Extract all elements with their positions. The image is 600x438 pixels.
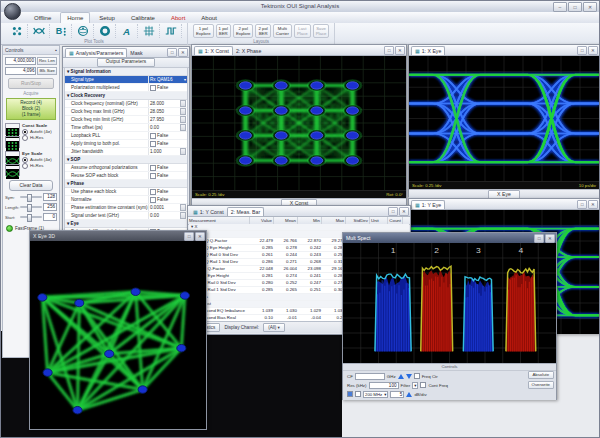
tab-x-phase[interactable]: 2: X Phase xyxy=(233,47,264,55)
dropdown-icon[interactable]: ▾ xyxy=(184,76,186,83)
filter-select[interactable]: ▾ xyxy=(412,382,418,389)
close-icon[interactable]: ✕ xyxy=(545,234,555,243)
column-header-unit[interactable]: Unit xyxy=(370,217,388,224)
layout-button-2-pol-explore[interactable]: 2 polExplore xyxy=(233,24,254,38)
close-icon[interactable]: ✕ xyxy=(178,48,188,57)
constellation-plot[interactable] xyxy=(192,56,406,190)
spinner-icon[interactable] xyxy=(180,100,186,107)
const-thumbnail-icon-2[interactable] xyxy=(5,136,20,148)
column-header-stddev[interactable]: StdDev xyxy=(346,217,370,224)
level-marker-icon[interactable] xyxy=(406,392,412,397)
column-header-value[interactable]: Value xyxy=(250,217,274,224)
param-section-phase[interactable]: ▾ Phase xyxy=(65,180,187,188)
output-parameters-button[interactable]: Output Parameters xyxy=(97,58,156,67)
ribbon-tab-about[interactable]: About xyxy=(194,12,224,23)
param-row[interactable]: Clock freq min limit (GHz)27.950 xyxy=(65,116,187,124)
param-row[interactable]: Use phase each blockFalse xyxy=(65,188,187,196)
float-icon[interactable]: □ xyxy=(167,48,177,57)
record-length-input[interactable]: 4,000,000 xyxy=(5,57,36,65)
param-row[interactable]: Clock freq max limit (GHz)28.050 xyxy=(65,108,187,116)
poincare-icon[interactable] xyxy=(72,24,94,38)
spinner-icon[interactable] xyxy=(180,108,186,115)
param-section-clock-recovery[interactable]: ▾ Clock Recovery xyxy=(65,92,187,100)
eye3d-plot[interactable] xyxy=(30,241,206,429)
spectrum-plot[interactable]: 1234 xyxy=(343,243,556,363)
layout-button-multi-carrier[interactable]: MultiCarrier xyxy=(273,24,292,38)
valley-marker-icon[interactable] xyxy=(406,374,412,379)
slider-track[interactable] xyxy=(20,196,42,198)
column-header-count[interactable]: Count xyxy=(388,217,403,224)
radio-off-icon[interactable] xyxy=(22,135,28,141)
spinner-icon[interactable] xyxy=(180,148,186,155)
grid-icon[interactable] xyxy=(138,24,160,38)
tab-x-const[interactable]: ▦ 1: X Const xyxy=(194,46,233,55)
spinner-icon[interactable] xyxy=(180,124,186,131)
spinner-icon[interactable] xyxy=(180,212,186,219)
span-select[interactable]: 200 MHz ▾ xyxy=(363,391,388,398)
tab-meas-bar[interactable]: 2: Meas. Bar xyxy=(227,207,264,216)
slider-value[interactable]: 128 xyxy=(43,193,57,201)
param-row[interactable]: Assume orthogonal polarizationsFalse xyxy=(65,164,187,172)
slider-thumb[interactable] xyxy=(27,204,32,212)
param-row[interactable]: Signal under test (GHz)0.00 xyxy=(65,212,187,220)
app-menu-sphere-icon[interactable] xyxy=(4,3,21,20)
checkbox-icon[interactable] xyxy=(150,141,156,147)
trace2-checkbox[interactable] xyxy=(355,391,361,397)
checkbox-icon[interactable] xyxy=(150,173,156,179)
ribbon-tab-calibrate[interactable]: Calibrate xyxy=(124,12,162,23)
res-input[interactable]: 100 xyxy=(369,382,399,389)
param-section-sop[interactable]: ▾ SOP xyxy=(65,156,187,164)
column-header-min[interactable]: Min xyxy=(298,217,322,224)
clear-data-button[interactable]: Clear Data xyxy=(9,180,53,191)
minimize-icon[interactable]: – xyxy=(553,2,567,12)
cont-freq-checkbox[interactable] xyxy=(420,382,426,388)
close-icon[interactable]: ✕ xyxy=(399,207,409,216)
layout-button-save-place[interactable]: SavePlace xyxy=(313,24,330,38)
checkbox-icon[interactable] xyxy=(150,165,156,171)
analysis-a-icon[interactable]: A xyxy=(116,24,138,38)
radio-off-icon[interactable] xyxy=(22,163,28,169)
param-row[interactable]: Jitter bandwidth1.000 xyxy=(65,148,187,156)
layout-button-1-pol-explore[interactable]: 1 polExplore xyxy=(193,24,214,38)
ribbon-tab-abort[interactable]: Abort xyxy=(164,12,192,23)
eye-thumbnail-icon-2[interactable] xyxy=(5,164,20,176)
constellation-icon[interactable] xyxy=(6,24,28,38)
tab-y-const[interactable]: ▦ 1: Y Const xyxy=(190,208,227,216)
const-thumbnail-icon[interactable] xyxy=(5,123,20,135)
slider-track[interactable] xyxy=(20,216,42,218)
run-stop-button[interactable]: Run/Stop xyxy=(8,78,54,89)
block-size-button[interactable]: Blk Size xyxy=(37,67,57,75)
ribbon-tab-setup[interactable]: Setup xyxy=(92,12,122,23)
peak-marker-icon[interactable] xyxy=(398,374,404,379)
slider-value[interactable]: 256 xyxy=(43,203,57,211)
param-section-eye[interactable]: ▾ Eye xyxy=(65,220,187,228)
ribbon-tab-home[interactable]: Home xyxy=(60,12,90,23)
radio-on-icon[interactable] xyxy=(22,157,28,163)
tab-y-eye[interactable]: ▦ 1: Y Eye xyxy=(411,200,445,209)
checkbox-icon[interactable] xyxy=(150,85,156,91)
checkbox-icon[interactable] xyxy=(150,133,156,139)
tab-x-eye[interactable]: ▦ 1: X Eye xyxy=(411,46,445,55)
spectrum-titlebar[interactable]: Mult Spect □✕ xyxy=(343,233,556,243)
const-hires-option[interactable]: Hi-Res xyxy=(22,135,52,141)
tab-mask[interactable]: Mask xyxy=(127,49,145,57)
overwrite-button[interactable]: Overwrite xyxy=(528,381,554,389)
eye-icon[interactable] xyxy=(28,24,50,38)
block-size-input[interactable]: 4,096 xyxy=(5,67,36,75)
param-row[interactable]: Loopback PLLFalse xyxy=(65,132,187,140)
close-icon[interactable]: ✕ xyxy=(395,46,405,55)
param-row[interactable]: Time offset (ps)0.00 xyxy=(65,124,187,132)
layout-button-last-place[interactable]: LastPlace xyxy=(294,24,311,38)
param-row[interactable]: Clock frequency (nominal) (GHz)28.000 xyxy=(65,100,187,108)
div-input[interactable]: 5 xyxy=(390,391,404,398)
slider-track[interactable] xyxy=(20,206,42,208)
column-header-max[interactable]: Max xyxy=(322,217,346,224)
layout-button-2-pol-ber[interactable]: 2 polBER xyxy=(255,24,270,38)
close-icon[interactable]: ✕ xyxy=(588,200,598,209)
spinner-icon[interactable] xyxy=(180,204,186,211)
ribbon-tab-offline[interactable]: Offline xyxy=(27,12,58,23)
xeye-plot[interactable] xyxy=(409,56,599,181)
absolute-button[interactable]: Absolute xyxy=(528,371,554,379)
spinner-icon[interactable] xyxy=(180,116,186,123)
record-length-button[interactable]: Rec Len xyxy=(37,57,57,65)
